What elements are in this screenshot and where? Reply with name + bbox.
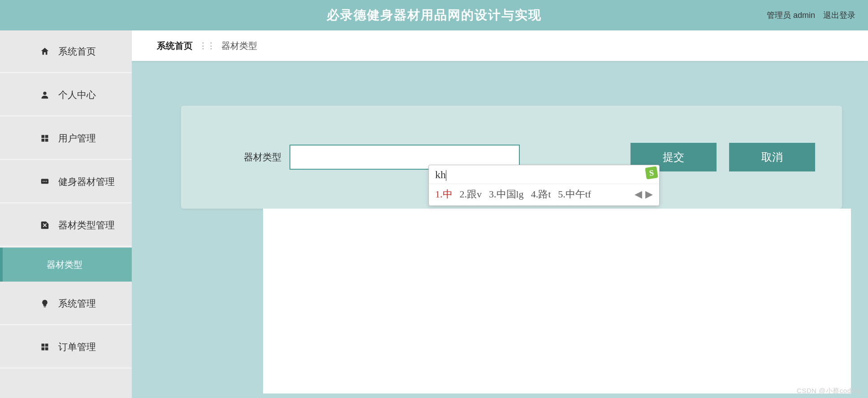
grid-icon (39, 342, 50, 352)
content-area: 系统首页 ⋮⋮ 器材类型 器材类型 提交 取消 kh S 1.中 2.跟v 3.… (132, 30, 868, 398)
ime-prev-icon[interactable]: ◀ (634, 189, 642, 199)
grid-icon (39, 133, 50, 144)
svg-rect-10 (42, 343, 45, 347)
ime-candidate-1[interactable]: 1.中 (435, 188, 453, 201)
ime-next-icon[interactable]: ▶ (645, 189, 653, 199)
header-right: 管理员 admin 退出登录 (767, 10, 855, 21)
sidebar-item-label: 用户管理 (58, 132, 96, 145)
sidebar-subitem-equipment-type[interactable]: 器材类型 (0, 248, 132, 282)
sidebar: 系统首页 个人中心 用户管理 健身器材管理 器材类型管理 (0, 30, 132, 398)
app-title: 必录德健身器材用品网的设计与实现 (327, 7, 542, 24)
sidebar-item-equipment-type[interactable]: 器材类型管理 (0, 204, 132, 247)
sidebar-item-users[interactable]: 用户管理 (0, 117, 132, 160)
svg-rect-1 (42, 135, 45, 138)
breadcrumb: 系统首页 ⋮⋮ 器材类型 (132, 30, 868, 61)
breadcrumb-sep-icon: ⋮⋮ (199, 41, 215, 51)
ime-cursor-icon (446, 170, 446, 181)
sidebar-subitem-label: 器材类型 (47, 259, 82, 271)
ime-pagination: ◀ ▶ (634, 189, 653, 199)
svg-point-6 (43, 180, 43, 181)
cancel-button[interactable]: 取消 (729, 143, 815, 171)
svg-point-8 (46, 180, 47, 181)
bulb-icon (39, 298, 50, 309)
sidebar-item-orders[interactable]: 订单管理 (0, 326, 132, 368)
app-header: 必录德健身器材用品网的设计与实现 管理员 admin 退出登录 (0, 0, 868, 30)
svg-rect-4 (45, 138, 48, 141)
sidebar-item-system[interactable]: 系统管理 (0, 282, 132, 325)
ime-candidate-5[interactable]: 5.中午tf (558, 188, 591, 201)
sidebar-item-profile[interactable]: 个人中心 (0, 74, 132, 116)
ime-candidates: 1.中 2.跟v 3.中国lg 4.路t 5.中午tf ◀ ▶ (429, 184, 659, 205)
svg-rect-12 (42, 347, 45, 350)
ime-input-row: kh S (429, 165, 659, 184)
svg-rect-11 (45, 343, 48, 347)
svg-rect-2 (45, 135, 48, 138)
watermark: CSDN @小蔡coding (797, 387, 861, 395)
home-icon (39, 46, 50, 57)
person-icon (39, 90, 50, 100)
sidebar-item-label: 系统首页 (58, 45, 96, 58)
svg-rect-3 (42, 138, 45, 141)
ime-candidate-2[interactable]: 2.跟v (460, 188, 482, 201)
admin-label[interactable]: 管理员 admin (767, 10, 815, 21)
ime-popup: kh S 1.中 2.跟v 3.中国lg 4.路t 5.中午tf ◀ ▶ (428, 165, 660, 206)
chat-icon (39, 176, 50, 187)
svg-point-7 (44, 180, 45, 181)
sidebar-item-equipment[interactable]: 健身器材管理 (0, 161, 132, 203)
sidebar-item-label: 订单管理 (58, 341, 96, 353)
main-layout: 系统首页 个人中心 用户管理 健身器材管理 器材类型管理 (0, 30, 868, 398)
svg-point-0 (43, 91, 46, 94)
ime-candidate-4[interactable]: 4.路t (531, 188, 551, 201)
breadcrumb-home[interactable]: 系统首页 (157, 40, 193, 52)
ime-input-text: kh (435, 169, 446, 180)
form-label: 器材类型 (244, 151, 281, 163)
sidebar-item-label: 器材类型管理 (58, 219, 115, 231)
sidebar-item-label: 健身器材管理 (58, 175, 115, 188)
sidebar-item-home[interactable]: 系统首页 (0, 30, 132, 73)
sidebar-item-label: 个人中心 (58, 89, 96, 101)
breadcrumb-current: 器材类型 (221, 40, 257, 52)
svg-rect-9 (44, 306, 46, 307)
ime-logo-icon: S (645, 166, 658, 179)
svg-rect-13 (45, 347, 48, 350)
tag-icon (39, 220, 50, 231)
sidebar-item-label: 系统管理 (58, 297, 96, 310)
logout-link[interactable]: 退出登录 (823, 10, 855, 21)
content-body (263, 209, 851, 394)
ime-candidate-3[interactable]: 3.中国lg (489, 188, 524, 201)
